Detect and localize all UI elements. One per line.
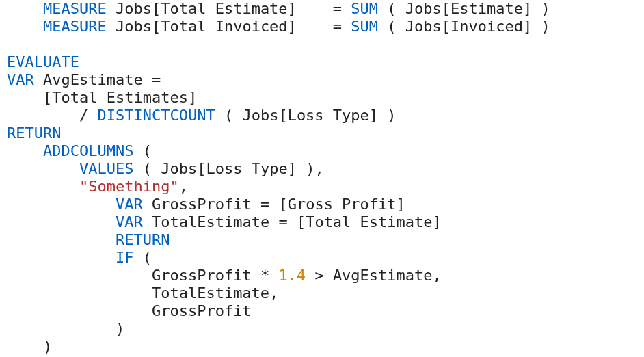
var-name: TotalEstimate [152,213,269,230]
op-star: * [260,267,269,284]
keyword-return: RETURN [7,124,61,142]
identifier: TotalEstimate [152,285,269,302]
fn-if: IF [116,249,134,266]
paren-close-comma: ), [306,160,324,177]
col-ref: Jobs[Estimate] [405,0,532,17]
paren-close: ) [387,107,396,124]
var-name: AvgEstimate [43,71,143,88]
measure-ref: [Total Estimates] [43,89,197,106]
paren-open: ( [224,107,233,124]
comma: , [433,267,442,284]
measure-lhs: Jobs[Total Invoiced] [116,18,297,35]
op-eq: = [152,71,161,88]
paren-open: ( [143,249,152,266]
string-literal: "Something" [79,178,179,195]
paren-open: ( [387,18,396,35]
paren-close: ) [43,338,52,355]
identifier: GrossProfit [152,267,252,284]
col-ref: Jobs[Loss Type] [161,160,297,177]
measure-ref: [Gross Profit] [278,196,405,213]
identifier: AvgEstimate [333,267,433,284]
paren-close: ) [116,320,124,337]
col-ref: Jobs[Invoiced] [405,18,532,35]
identifier: GrossProfit [152,302,252,319]
op-eq: = [333,18,342,35]
op-divide: / [79,107,88,124]
measure-lhs: Jobs[Total Estimate] [116,0,297,17]
col-ref: Jobs[Loss Type] [242,107,378,124]
keyword-measure: MEASURE [43,18,107,35]
paren-open: ( [143,142,152,159]
dax-code-block: MEASURE Jobs[Total Estimate] = SUM ( Job… [0,0,644,356]
op-eq: = [260,196,269,213]
keyword-return: RETURN [116,231,170,248]
keyword-var: VAR [116,213,143,230]
paren-open: ( [143,160,152,177]
measure-ref: [Total Estimate] [297,213,442,230]
keyword-measure: MEASURE [43,0,107,17]
fn-distinctcount: DISTINCTCOUNT [97,107,215,124]
fn-addcolumns: ADDCOLUMNS [43,142,133,159]
op-eq: = [278,213,287,230]
var-name: GrossProfit [152,196,252,213]
keyword-evaluate: EVALUATE [7,53,79,70]
number-literal: 1.4 [278,267,306,284]
paren-close: ) [541,0,550,17]
op-gt: > [314,267,323,284]
fn-sum: SUM [351,18,378,35]
paren-open: ( [387,0,396,17]
paren-close: ) [541,18,550,35]
fn-values: VALUES [79,160,133,177]
keyword-var: VAR [116,196,143,213]
fn-sum: SUM [351,0,378,17]
op-eq: = [333,0,342,17]
comma: , [269,285,278,302]
comma: , [179,178,188,195]
keyword-var: VAR [7,71,34,88]
